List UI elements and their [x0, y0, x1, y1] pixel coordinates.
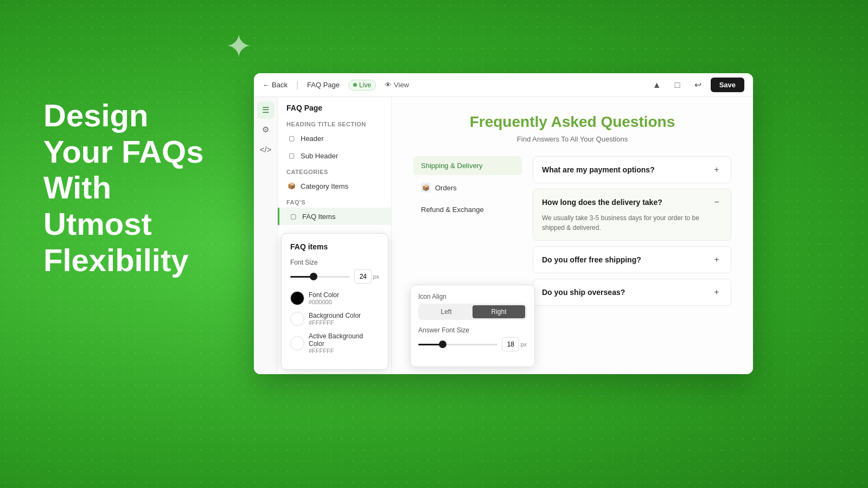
- eye-icon: 👁: [385, 81, 392, 89]
- faq-card-header-4: Do you ship overseas? +: [542, 287, 722, 298]
- section-label-faqs: FAQ's: [278, 195, 391, 208]
- faq-card-header-3: Do you offer free shipping? +: [542, 254, 722, 265]
- bg-color-swatch[interactable]: [290, 312, 304, 326]
- headline-line3: With: [43, 170, 111, 205]
- faq-card-3: Do you offer free shipping? +: [533, 246, 731, 273]
- faq-panel-title: FAQ items: [290, 242, 379, 251]
- layers-icon-button[interactable]: ☰: [257, 101, 275, 119]
- answer-font-input: 18 px: [502, 337, 527, 351]
- bg-color-hex: #FFFFFF: [309, 319, 361, 326]
- faq-card-4: Do you ship overseas? +: [533, 279, 731, 306]
- headline-line1: Design: [43, 98, 148, 133]
- faq-card-header-2: How long does the delivery take? −: [542, 197, 722, 208]
- icon-align-toggle-row: Left Right: [418, 304, 527, 320]
- settings-icon-button[interactable]: ⚙: [257, 121, 275, 138]
- faq-subheading: Find Answers To All Your Questions: [413, 135, 731, 143]
- faq-card-1: What are my payment options? +: [533, 156, 731, 183]
- header-icon: ▢: [286, 133, 296, 143]
- answer-font-slider-thumb[interactable]: [439, 341, 446, 348]
- category-orders[interactable]: 📦 Orders: [413, 177, 522, 198]
- page-name: FAQ Page: [307, 81, 340, 89]
- faq-expand-1[interactable]: +: [711, 164, 722, 175]
- font-size-slider-fill: [290, 276, 311, 278]
- faq-expand-3[interactable]: +: [711, 254, 722, 265]
- active-bg-color-swatch[interactable]: [290, 336, 304, 350]
- answer-font-slider-track[interactable]: [418, 344, 497, 345]
- answer-font-slider-fill: [418, 344, 441, 345]
- faq-items-icon: ▢: [288, 211, 298, 221]
- sparkle-icon: ✦: [225, 27, 252, 65]
- font-size-input: 24 px: [354, 269, 379, 284]
- font-size-slider-thumb[interactable]: [310, 273, 317, 280]
- section-label-categories: Categories: [278, 164, 391, 177]
- top-bar-left: ← Back | FAQ Page Live 👁 View: [263, 80, 640, 91]
- top-bar-right: ▲ □ ↩ Save: [649, 77, 744, 93]
- faq-preview: Frequently Asked Questions Find Answers …: [392, 97, 753, 317]
- subheader-icon: ▢: [286, 151, 296, 160]
- save-button[interactable]: Save: [711, 78, 744, 92]
- font-size-unit: px: [373, 273, 379, 280]
- view-button[interactable]: 👁 View: [385, 81, 409, 89]
- faq-collapse-2[interactable]: −: [711, 197, 722, 208]
- font-color-hex: #000000: [309, 299, 339, 305]
- faq-items-label: FAQ Items: [302, 213, 335, 221]
- orders-icon: 📦: [421, 183, 431, 192]
- back-button[interactable]: ← Back: [263, 81, 288, 89]
- active-bg-color-row: Active Background Color #FFFFFF: [290, 332, 379, 354]
- answer-font-unit: px: [520, 341, 527, 348]
- faq-answer-2: We usually take 3-5 business days for yo…: [542, 213, 722, 233]
- faq-question-3: Do you offer free shipping?: [542, 255, 641, 264]
- undo-button[interactable]: ↩: [690, 77, 706, 93]
- font-size-slider-track[interactable]: [290, 276, 350, 278]
- orders-label: Orders: [435, 184, 457, 192]
- faq-card-header-1: What are my payment options? +: [542, 164, 722, 175]
- panel-item-faq-items[interactable]: ▢ FAQ Items: [278, 208, 391, 225]
- live-dot: [353, 83, 357, 87]
- refund-label: Refund & Exchange: [421, 206, 484, 214]
- headline-line4: Utmost: [43, 206, 152, 241]
- align-right-button[interactable]: Right: [473, 305, 525, 318]
- category-icon: 📦: [286, 181, 296, 191]
- font-size-label: Font Size: [290, 259, 379, 266]
- section-label-heading: Heading title section: [278, 117, 391, 130]
- code-icon-button[interactable]: </>: [257, 140, 275, 158]
- bg-color-label: Background Color: [309, 312, 361, 319]
- headline-line5: Flexibility: [43, 242, 189, 278]
- tablet-view-button[interactable]: □: [669, 77, 686, 93]
- panel-item-category-items[interactable]: 📦 Category Items: [278, 177, 391, 195]
- active-bg-label: Active Background Color: [309, 332, 379, 348]
- answer-font-label: Answer Font Size: [418, 326, 527, 334]
- font-size-value[interactable]: 24: [354, 269, 372, 284]
- bg-color-row: Background Color #FFFFFF: [290, 312, 379, 326]
- category-items-label: Category Items: [301, 182, 348, 190]
- shipping-label: Shipping & Delivery: [421, 162, 482, 170]
- category-shipping[interactable]: Shipping & Delivery: [413, 156, 522, 175]
- faq-expand-4[interactable]: +: [711, 287, 722, 298]
- category-refund[interactable]: Refund & Exchange: [413, 200, 522, 219]
- panel-item-subheader[interactable]: ▢ Sub Header: [278, 147, 391, 164]
- font-color-swatch[interactable]: [290, 291, 304, 305]
- separator: |: [296, 80, 298, 90]
- desktop-view-button[interactable]: ▲: [649, 77, 665, 93]
- faq-body: Shipping & Delivery 📦 Orders Refund & Ex…: [413, 156, 731, 306]
- faq-question-1: What are my payment options?: [542, 165, 655, 174]
- subheader-label: Sub Header: [301, 152, 338, 160]
- faq-heading: Frequently Asked Questions: [413, 113, 731, 131]
- icon-align-label: Icon Align: [418, 293, 527, 300]
- panel-item-header[interactable]: ▢ Header: [278, 130, 391, 147]
- answer-font-value[interactable]: 18: [502, 337, 519, 351]
- headline-section: Design Your FAQs With Utmost Flexibility: [43, 98, 260, 278]
- font-color-label: Font Color: [309, 291, 339, 299]
- panel-title: FAQ Page: [278, 97, 391, 117]
- headline-line2: Your FAQs: [43, 134, 203, 169]
- faq-card-2: How long does the delivery take? − We us…: [533, 189, 731, 241]
- faq-question-4: Do you ship overseas?: [542, 288, 625, 297]
- sidebar-icons: ☰ ⚙ </>: [254, 97, 278, 374]
- icon-align-panel: Icon Align Left Right Answer Font Size 1…: [410, 285, 535, 367]
- live-badge: Live: [348, 80, 376, 91]
- faq-question-2: How long does the delivery take?: [542, 198, 662, 207]
- header-label: Header: [301, 134, 324, 143]
- faq-items-panel: FAQ items Font Size 24 px Font Color #00…: [281, 233, 388, 370]
- back-arrow-icon: ←: [263, 81, 270, 89]
- align-left-button[interactable]: Left: [420, 305, 473, 318]
